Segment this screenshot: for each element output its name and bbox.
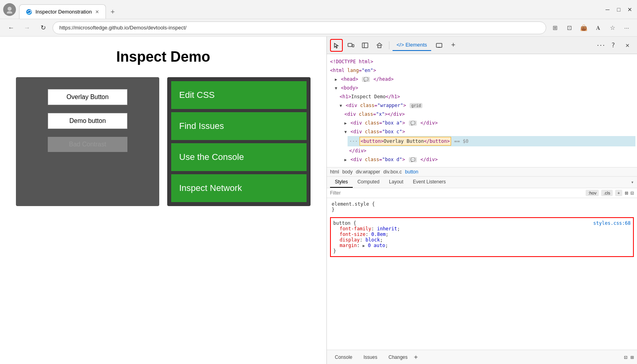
filter-bar: :hov .cls + ⊠ ⊡ [327,188,637,198]
bottom-dock-icon[interactable]: ⊡ [624,354,627,360]
svg-rect-4 [352,45,354,47]
refresh-button[interactable]: ↻ [37,21,49,34]
dom-button-selected[interactable]: ··· <button>Overlay Button</button> == $… [348,136,635,146]
more-tools-icon[interactable]: ··· [621,22,632,33]
url-input[interactable] [53,21,546,34]
css-element-style-close: } [332,207,632,212]
tab-computed[interactable]: Computed [353,177,384,188]
right-box: Edit CSS Find Issues Use the Console Ins… [167,77,311,206]
page-grid: Overlay Button Demo button Bad Contrast … [16,77,311,206]
inspect-element-tool[interactable] [330,39,343,52]
bottom-add-panel-button[interactable]: + [414,353,418,361]
styles-tab-chevron[interactable]: ▾ [631,177,634,188]
browser-window: Inspector Demonstration ✕ + ─ □ ✕ ← → ↻ … [0,0,637,364]
dom-body[interactable]: ▼ <body> [333,84,635,92]
edit-css-button[interactable]: Edit CSS [171,81,307,109]
filter-cls-button[interactable]: .cls [601,190,613,196]
forward-button[interactable]: → [21,21,33,34]
tab-title: Inspector Demonstration [35,9,92,15]
minimize-button[interactable]: ─ [604,6,612,14]
bottom-right-icons: ⊡ ⊞ [624,354,634,360]
maximize-button[interactable]: □ [615,6,623,14]
dom-h1[interactable]: <h1>Inspect Demo</h1> [338,92,635,101]
bottom-tab-changes[interactable]: Changes [384,352,412,362]
filter-hov-button[interactable]: :hov [586,190,599,196]
css-button-rule-close: } [333,248,631,254]
dom-html[interactable]: <html lang="en"> [328,66,635,75]
css-element-style-selector: element.style { [332,201,632,207]
tab-styles[interactable]: Styles [330,177,353,188]
demo-button[interactable]: Demo button [48,113,127,129]
style-filter-input[interactable] [330,190,583,196]
add-panel-button[interactable]: + [447,39,460,52]
dom-wrapper-div[interactable]: ▼ <div class="wrapper"> grid [338,101,635,110]
dom-div-box-a[interactable]: ▶ <div class="box a"> 💬 </div> [343,119,635,127]
wallet-icon[interactable]: 👜 [578,22,589,33]
css-prop-display: display: block; [333,237,631,243]
page-heading: Inspect Demo [116,49,210,65]
browser-tab[interactable]: Inspector Demonstration ✕ [19,4,106,19]
css-source-link[interactable]: styles.css:68 [593,220,631,226]
css-button-rule-block: button { styles.css:68 font-family: inhe… [330,217,634,257]
edge-favicon-icon [26,9,32,15]
close-devtools-button[interactable]: ✕ [621,39,634,52]
home-tool[interactable] [373,39,386,52]
breadcrumb-wrapper[interactable]: div.wrapper [356,169,380,175]
tab-close-button[interactable]: ✕ [95,9,99,15]
filter-toggle-icon[interactable]: ⊡ [631,190,634,196]
title-bar: Inspector Demonstration ✕ + ─ □ ✕ [0,0,637,19]
device-emulation-tool[interactable] [344,39,357,52]
read-aloud-icon[interactable]: 𝐀 [592,22,604,33]
styles-tabs: Styles Computed Layout Event Listeners ▾ [327,177,637,188]
bottom-settings-icon[interactable]: ⊞ [631,354,634,360]
elements-tab[interactable]: </> Elements [393,39,431,51]
breadcrumb-html[interactable]: html [330,169,339,175]
bottom-tab-console[interactable]: Console [330,352,357,362]
tab-event-listeners[interactable]: Event Listeners [408,177,451,188]
breadcrumb-body[interactable]: body [342,169,353,175]
back-button[interactable]: ← [5,21,18,34]
svg-rect-5 [362,43,368,48]
bottom-tab-issues[interactable]: Issues [359,352,382,362]
sidebar-tool[interactable] [359,39,371,52]
address-bar-icons: ⊞ ⊡ 👜 𝐀 ☆ ··· [549,22,632,33]
favorites-icon[interactable]: ☆ [607,22,618,33]
breadcrumb-button[interactable]: button [405,169,418,175]
screencast-tool[interactable] [433,39,446,52]
dom-div-box-c[interactable]: ▼ <div class="box c"> [343,127,635,136]
inspect-network-button[interactable]: Inspect Network [171,174,307,202]
css-prop-font-family: font-family: inherit; [333,226,631,232]
bad-contrast-button[interactable]: Bad Contrast [48,137,127,152]
css-element-style-block: element.style { } [330,200,634,214]
filter-add-button[interactable]: + [615,190,622,196]
svg-rect-3 [348,43,352,47]
page-content: Inspect Demo Overlay Button Demo button … [0,37,326,364]
tab-layout[interactable]: Layout [384,177,408,188]
profile-avatar[interactable] [3,3,16,16]
dom-div-box-d[interactable]: ▶ <div class="box d"> 💬 </div> [343,155,635,164]
breadcrumb-bar: html body div.wrapper div.box.c button [327,167,637,177]
svg-point-1 [7,11,12,14]
css-rules: element.style { } button { styles.css:68… [327,198,637,350]
filter-new-style-icon[interactable]: ⊠ [625,190,628,196]
use-console-button[interactable]: Use the Console [171,143,307,171]
overlay-button[interactable]: Overlay Button [48,89,127,105]
find-issues-button[interactable]: Find Issues [171,112,307,140]
more-tools-button[interactable]: ··· [596,43,605,48]
dom-head[interactable]: ▶ <head> 💬 </head> [333,75,635,84]
window-controls: ─ □ ✕ [604,6,634,14]
new-tab-button[interactable]: + [106,6,120,19]
svg-rect-8 [436,43,442,47]
dom-div-x[interactable]: <div class="x"></div> [343,110,635,119]
more-label: ··· [596,43,605,48]
breadcrumb-box-c[interactable]: div.box.c [383,169,402,175]
close-window-button[interactable]: ✕ [626,6,634,14]
devtools-panel: </> Elements + ··· ? ✕ <!DOCTYPE [326,37,637,364]
help-button[interactable]: ? [607,39,619,52]
address-bar: ← → ↻ ⊞ ⊡ 👜 𝐀 ☆ ··· [0,19,637,37]
elements-tab-label: </> [397,42,405,48]
devtools-toolbar: </> Elements + ··· ? ✕ [327,37,637,54]
collections-icon[interactable]: ⊡ [564,22,575,33]
main-area: Inspect Demo Overlay Button Demo button … [0,37,637,364]
split-screen-icon[interactable]: ⊞ [549,22,561,33]
